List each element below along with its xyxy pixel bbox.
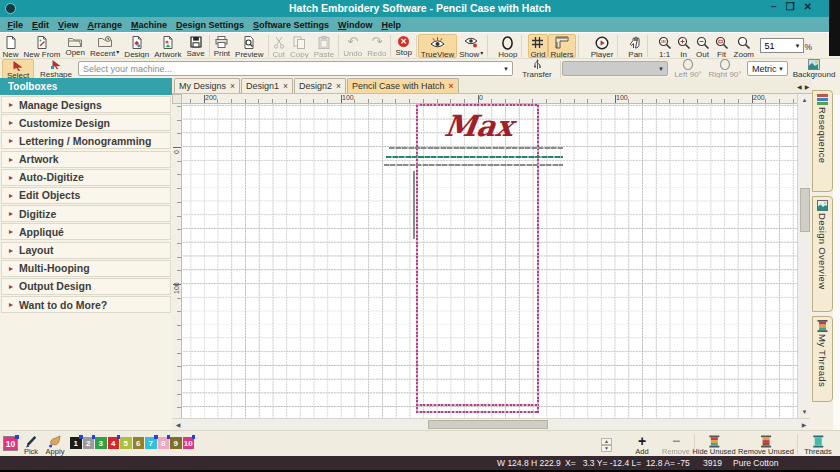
color-swatch-4[interactable]: 4 bbox=[108, 437, 120, 449]
thread-color-swatches: 12345678910 bbox=[70, 437, 194, 449]
fit-button[interactable]: Fit bbox=[712, 34, 731, 58]
tab-scroll-left-icon[interactable]: ◀ bbox=[797, 83, 802, 90]
horizontal-scroll-thumb[interactable] bbox=[428, 420, 548, 429]
color-swatch-10[interactable]: 10 bbox=[183, 437, 195, 449]
current-color-swatch[interactable]: 10 bbox=[3, 436, 18, 451]
scroll-up-icon[interactable]: ▲ bbox=[798, 94, 811, 106]
tab-design1[interactable]: Design1× bbox=[241, 78, 293, 93]
player-button[interactable]: Player bbox=[588, 34, 616, 58]
show-icon bbox=[464, 36, 478, 48]
transfer-button[interactable]: Transfer bbox=[519, 59, 555, 79]
toolbox-multi-hooping[interactable]: ▸Multi-Hooping bbox=[1, 260, 171, 277]
tab-pencil-case-with-hatch[interactable]: Pencil Case with Hatch× bbox=[347, 78, 459, 93]
pan-button[interactable]: Pan bbox=[626, 34, 645, 58]
select-button[interactable]: Select bbox=[2, 59, 34, 79]
tab-my-designs[interactable]: My Designs× bbox=[174, 78, 240, 93]
menu-view[interactable]: View bbox=[54, 20, 83, 30]
color-swatch-6[interactable]: 6 bbox=[133, 437, 145, 449]
panel-tab-my-threads[interactable]: My Threads bbox=[812, 316, 833, 402]
grid-button[interactable]: Grid bbox=[528, 34, 548, 58]
out-button[interactable]: Out bbox=[693, 34, 712, 58]
toolbox-output-design[interactable]: ▸Output Design bbox=[1, 278, 171, 295]
toolbox-edit-objects[interactable]: ▸Edit Objects bbox=[1, 187, 171, 204]
color-swatch-5[interactable]: 5 bbox=[120, 437, 132, 449]
design-canvas[interactable]: Max bbox=[182, 104, 797, 418]
horizontal-scrollbar[interactable]: ◀ ▶ bbox=[172, 418, 810, 430]
menu-edit[interactable]: Edit bbox=[28, 20, 54, 30]
close-tab-icon[interactable]: × bbox=[230, 81, 235, 91]
pencil-case-outline-top[interactable] bbox=[416, 104, 539, 106]
toolbox-layout[interactable]: ▸Layout bbox=[1, 242, 171, 259]
in-icon bbox=[677, 36, 691, 49]
rulers-button[interactable]: Rulers bbox=[548, 34, 576, 58]
toolbox-auto-digitize[interactable]: ▸Auto-Digitize bbox=[1, 169, 171, 186]
toolbox-artwork[interactable]: ▸Artwork bbox=[1, 151, 171, 168]
color-swatch-3[interactable]: 3 bbox=[95, 437, 107, 449]
apply-color-button[interactable]: Apply bbox=[46, 434, 65, 456]
toolbox-lettering-monogramming[interactable]: ▸Lettering / Monogramming bbox=[1, 132, 171, 149]
panel-tab-resequence[interactable]: Resequence bbox=[812, 90, 833, 192]
save-button[interactable]: Save bbox=[184, 34, 207, 58]
in-button[interactable]: In bbox=[674, 34, 693, 58]
preview-icon bbox=[243, 36, 255, 49]
background-button[interactable]: Background bbox=[790, 59, 838, 79]
hide-unused-button[interactable]: Hide Unused bbox=[692, 434, 735, 456]
close-tab-icon[interactable]: × bbox=[336, 81, 341, 91]
color-swatch-1[interactable]: 1 bbox=[70, 437, 82, 449]
pick-color-button[interactable]: Pick bbox=[24, 434, 38, 456]
color-swatch-2[interactable]: 2 bbox=[83, 437, 95, 449]
add-color-button[interactable]: + Add bbox=[635, 434, 648, 456]
vertical-scroll-thumb[interactable] bbox=[800, 188, 810, 232]
menu-arrange[interactable]: Arrange bbox=[83, 20, 127, 30]
palette-spinner[interactable]: ▲▼ bbox=[601, 438, 612, 452]
menu-machine[interactable]: Machine bbox=[126, 20, 171, 30]
pencil-case-outline-bottom[interactable] bbox=[416, 411, 539, 413]
machine-select[interactable]: Select your machine...▼ bbox=[78, 61, 513, 76]
preview-button[interactable]: Preview bbox=[233, 34, 266, 58]
recent-button[interactable]: Recent▾ bbox=[87, 34, 121, 58]
vertical-scrollbar[interactable]: ▲ ▼ bbox=[797, 94, 810, 418]
minimize-button[interactable]: – bbox=[771, 1, 777, 12]
toolbox-want-to-do-more[interactable]: ▸Want to do More? bbox=[1, 296, 171, 313]
stop-button[interactable]: ✕Stop bbox=[393, 34, 414, 58]
tab-design2[interactable]: Design2× bbox=[294, 78, 346, 93]
pencil-case-outline-right[interactable] bbox=[537, 104, 539, 413]
remove-unused-button[interactable]: Remove Unused bbox=[738, 434, 794, 456]
menu-window[interactable]: Window bbox=[333, 20, 376, 30]
toolbox-customize-design[interactable]: ▸Customize Design bbox=[1, 114, 171, 131]
menu-software-settings[interactable]: Software Settings bbox=[248, 20, 333, 30]
restore-button[interactable]: ❐ bbox=[786, 1, 795, 12]
1-1-button[interactable]: 1:1 bbox=[655, 34, 674, 58]
toolbox-digitize[interactable]: ▸Digitize bbox=[1, 205, 171, 222]
menu-help[interactable]: Help bbox=[377, 20, 406, 30]
print-button[interactable]: Print bbox=[211, 34, 232, 58]
color-swatch-7[interactable]: 7 bbox=[145, 437, 157, 449]
toolbox-appliqu[interactable]: ▸Appliqué bbox=[1, 223, 171, 240]
show-button[interactable]: Show▾ bbox=[457, 34, 486, 58]
units-select[interactable]: Metric▼ bbox=[747, 61, 788, 76]
new-button[interactable]: New bbox=[0, 34, 21, 58]
embroidery-text[interactable]: Max bbox=[427, 109, 532, 143]
tab-scroll-right-icon[interactable]: ▶ bbox=[805, 83, 810, 90]
zoom-button[interactable]: Zoom bbox=[731, 34, 756, 58]
threads-button[interactable]: Threads bbox=[804, 434, 832, 456]
menu-design-settings[interactable]: Design Settings bbox=[171, 20, 248, 30]
zoom-level-select[interactable]: 51▼ bbox=[760, 38, 804, 53]
open-button[interactable]: Open bbox=[63, 34, 88, 58]
trueview-button[interactable]: TrueView bbox=[418, 34, 456, 58]
toolbox-manage-designs[interactable]: ▸Manage Designs bbox=[1, 96, 171, 113]
close-tab-icon[interactable]: × bbox=[283, 81, 288, 91]
new-from-button[interactable]: New From bbox=[21, 34, 63, 58]
close-tab-icon[interactable]: × bbox=[449, 81, 454, 91]
panel-tab-design-overview[interactable]: Design Overview bbox=[812, 196, 833, 312]
color-swatch-8[interactable]: 8 bbox=[158, 437, 170, 449]
color-swatch-9[interactable]: 9 bbox=[170, 437, 182, 449]
hoop-button[interactable]: Hoop bbox=[496, 34, 520, 58]
pencil-case-outline-left[interactable] bbox=[416, 104, 418, 413]
artwork-button[interactable]: Artwork bbox=[152, 34, 184, 58]
close-button[interactable]: ✕ bbox=[804, 1, 812, 12]
reshape-button[interactable]: Reshape bbox=[36, 59, 76, 79]
design-button[interactable]: Design bbox=[122, 34, 152, 58]
menu-file[interactable]: File bbox=[3, 20, 28, 30]
scroll-down-icon[interactable]: ▼ bbox=[798, 406, 811, 418]
